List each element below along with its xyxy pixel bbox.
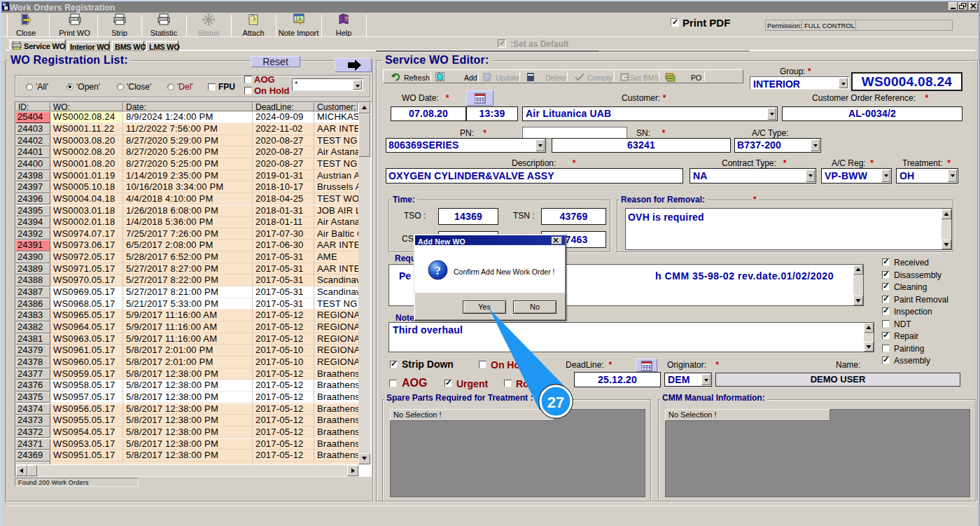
- svg-text:?: ?: [435, 264, 441, 277]
- svg-text:27: 27: [547, 394, 564, 411]
- svg-text:?: ?: [344, 15, 349, 22]
